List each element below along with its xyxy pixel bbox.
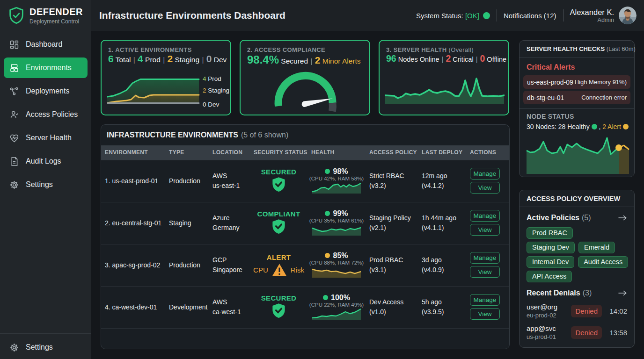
svg-text:2 Staging: 2 Staging: [203, 87, 229, 94]
svg-text:0 Dev: 0 Dev: [203, 101, 220, 108]
svg-text:4 Prod: 4 Prod: [203, 75, 221, 82]
